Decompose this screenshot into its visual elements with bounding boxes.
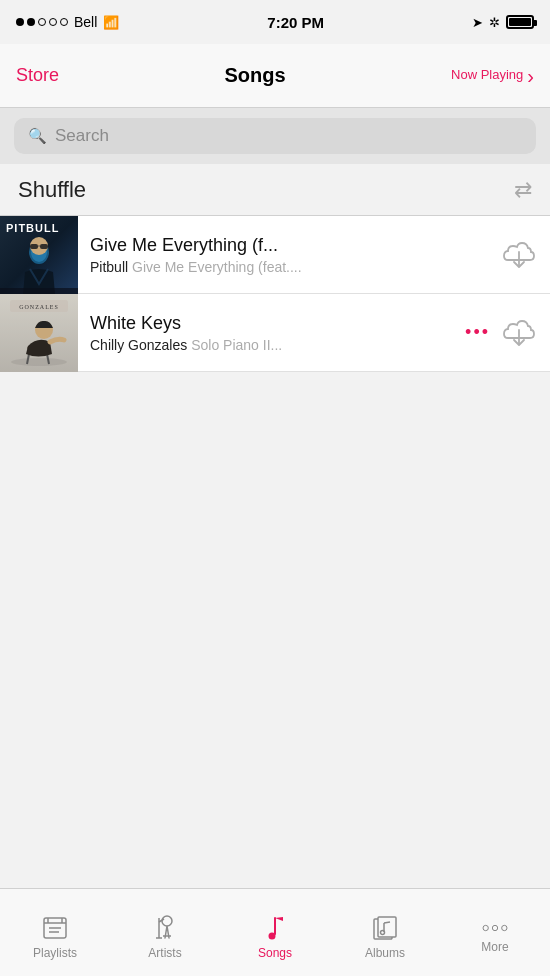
song-artist-2: Chilly Gonzales [90,337,187,353]
song-album-2: Solo Piano II... [191,337,282,353]
svg-rect-3 [30,244,38,249]
cloud-download-icon-2 [501,316,537,350]
shuffle-label: Shuffle [18,177,86,203]
svg-point-10 [11,358,67,366]
svg-text:GONZALES: GONZALES [19,304,59,310]
song-actions-2: ••• [465,314,538,352]
song-item-1[interactable]: PITBULL [0,216,550,294]
song-list: PITBULL [0,216,550,372]
more-icon [481,920,509,936]
song-info-1: Give Me Everything (f... Pitbull Give Me… [90,235,500,275]
tab-albums[interactable]: Albums [330,906,440,960]
search-icon: 🔍 [28,127,47,145]
svg-rect-4 [40,244,48,249]
signal-dot-4 [49,18,57,26]
shuffle-icon: ⇄ [514,177,532,203]
song-meta-1: Pitbull Give Me Everything (feat.... [90,259,500,275]
signal-dot-3 [38,18,46,26]
search-placeholder: Search [55,126,109,146]
song-title-2: White Keys [90,313,465,334]
shuffle-row[interactable]: Shuffle ⇄ [0,164,550,216]
status-right: ➤ ✲ [472,15,534,30]
chevron-right-icon: › [527,63,534,89]
tab-artists-label: Artists [148,946,181,960]
signal-dot-2 [27,18,35,26]
signal-dots [16,18,68,26]
tab-playlists-label: Playlists [33,946,77,960]
wifi-icon: 📶 [103,15,119,30]
download-button-1[interactable] [500,236,538,274]
signal-dot-1 [16,18,24,26]
song-item-2[interactable]: GONZALES White Keys Chilly Gonzales Solo… [0,294,550,372]
signal-dot-5 [60,18,68,26]
song-title-1: Give Me Everything (f... [90,235,500,256]
tab-songs[interactable]: Songs [220,906,330,960]
songs-icon [261,914,289,942]
store-button[interactable]: Store [16,65,59,86]
battery-icon [506,15,534,29]
song-actions-1 [500,236,538,274]
tab-bar: Playlists Artists Songs [0,888,550,976]
song-meta-2: Chilly Gonzales Solo Piano II... [90,337,465,353]
svg-point-37 [502,925,507,930]
tab-more[interactable]: More [440,912,550,954]
tab-playlists[interactable]: Playlists [0,906,110,960]
search-bar: 🔍 Search [0,108,550,164]
cloud-download-icon-1 [501,238,537,272]
status-time: 7:20 PM [267,14,324,31]
download-button-2[interactable] [500,314,538,352]
svg-point-24 [162,916,172,926]
now-playing-button[interactable]: Now Playing › [451,63,534,89]
svg-point-35 [483,925,488,930]
now-playing-label: Now Playing [451,67,523,84]
more-options-button-2[interactable]: ••• [465,322,490,343]
playlists-icon [41,914,69,942]
nav-bar: Store Songs Now Playing › [0,44,550,108]
song-album-1: Give Me Everything (feat.... [132,259,302,275]
song-artist-1: Pitbull [90,259,128,275]
svg-point-29 [269,932,276,939]
album-art-1: PITBULL [0,216,78,294]
bluetooth-icon: ✲ [489,15,500,30]
tab-albums-label: Albums [365,946,405,960]
albums-icon [371,914,399,942]
search-input-wrap[interactable]: 🔍 Search [14,118,536,154]
location-icon: ➤ [472,15,483,30]
artists-icon [151,914,179,942]
song-info-2: White Keys Chilly Gonzales Solo Piano II… [90,313,465,353]
page-title: Songs [224,64,285,87]
tab-songs-label: Songs [258,946,292,960]
carrier-label: Bell [74,14,97,30]
album-art-2: GONZALES [0,294,78,372]
tab-more-label: More [481,940,508,954]
status-left: Bell 📶 [16,14,119,30]
svg-point-36 [492,925,497,930]
svg-line-33 [384,922,390,923]
tab-artists[interactable]: Artists [110,906,220,960]
status-bar: Bell 📶 7:20 PM ➤ ✲ [0,0,550,44]
